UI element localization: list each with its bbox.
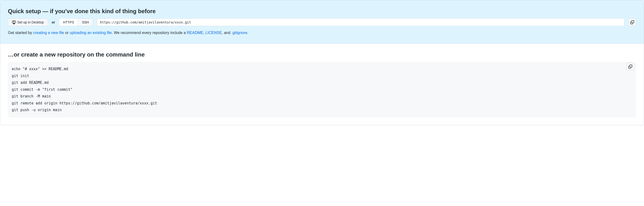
protocol-https-button[interactable]: HTTPS bbox=[59, 18, 78, 26]
protocol-toggle: HTTPS SSH bbox=[59, 18, 93, 26]
clipboard-icon bbox=[630, 20, 634, 24]
help-text-prefix: Get started by bbox=[8, 31, 33, 35]
clipboard-icon bbox=[628, 65, 632, 69]
help-text-suffix: . bbox=[247, 31, 248, 35]
readme-link[interactable]: README bbox=[187, 31, 203, 35]
copy-commands-button[interactable] bbox=[626, 63, 634, 70]
upload-file-link[interactable]: uploading an existing file bbox=[70, 31, 112, 35]
create-new-file-link[interactable]: creating a new file bbox=[33, 31, 64, 35]
empty-repo-setup: Quick setup — if you've done this kind o… bbox=[0, 0, 644, 125]
quick-setup-section: Quick setup — if you've done this kind o… bbox=[0, 0, 644, 44]
desktop-download-icon bbox=[12, 20, 16, 24]
quick-setup-title: Quick setup — if you've done this kind o… bbox=[8, 8, 636, 15]
help-text-mid3: , bbox=[203, 31, 205, 35]
clone-url-input[interactable] bbox=[97, 18, 624, 26]
help-text-mid4: , and bbox=[222, 31, 232, 35]
setup-desktop-button[interactable]: Set up in Desktop bbox=[8, 18, 48, 26]
command-line-code: echo "# xxxx" >> README.md git init git … bbox=[8, 62, 636, 117]
setup-desktop-label: Set up in Desktop bbox=[17, 20, 44, 25]
setup-controls-row: Set up in Desktop or HTTPS SSH bbox=[8, 18, 636, 26]
license-link[interactable]: LICENSE bbox=[205, 31, 222, 35]
quick-setup-help: Get started by creating a new file or up… bbox=[8, 30, 636, 36]
copy-url-button[interactable] bbox=[628, 18, 636, 26]
protocol-ssh-button[interactable]: SSH bbox=[78, 18, 93, 26]
help-text-mid1: or bbox=[64, 31, 70, 35]
help-text-mid2: . We recommend every repository include … bbox=[112, 31, 187, 35]
or-separator: or bbox=[52, 20, 55, 24]
command-line-title: …or create a new repository on the comma… bbox=[8, 51, 636, 58]
command-line-section: …or create a new repository on the comma… bbox=[0, 44, 644, 125]
gitignore-link[interactable]: .gitignore bbox=[232, 31, 247, 35]
